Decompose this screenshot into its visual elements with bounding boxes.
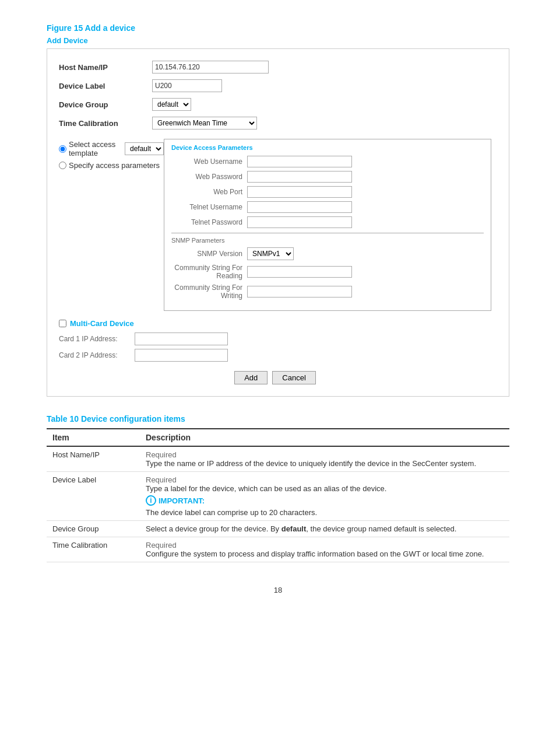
multi-card-label: Multi-Card Device xyxy=(70,319,134,328)
table-row-desc-3: RequiredConfigure the system to process … xyxy=(140,537,509,562)
telnet-username-input[interactable] xyxy=(247,201,352,213)
host-name-label: Host Name/IP xyxy=(59,63,152,72)
form-container: Host Name/IP Device Label Device Group d… xyxy=(47,48,509,397)
desc-body-2: Select a device group for the device. By… xyxy=(146,524,504,533)
card1-label: Card 1 IP Address: xyxy=(59,335,135,343)
config-table: Item Description Host Name/IPRequiredTyp… xyxy=(47,428,509,562)
card1-input[interactable] xyxy=(135,332,228,345)
table-row-item-2: Device Group xyxy=(47,521,140,537)
desc-body-0: Type the name or IP address of the devic… xyxy=(146,459,504,468)
figure-title: Figure 15 Add a device xyxy=(47,23,509,33)
card2-label: Card 2 IP Address: xyxy=(59,351,135,359)
table-row-desc-0: RequiredType the name or IP address of t… xyxy=(140,446,509,472)
card2-input[interactable] xyxy=(135,349,228,362)
page-number: 18 xyxy=(47,586,509,594)
add-button[interactable]: Add xyxy=(234,371,268,384)
snmp-version-select[interactable]: SNMPv1 xyxy=(247,247,294,260)
device-access-box: Device Access Parameters Web Username We… xyxy=(164,139,491,311)
device-group-select[interactable]: default xyxy=(152,98,191,111)
table-title: Table 10 Device configuration items xyxy=(47,414,509,424)
device-label-input[interactable] xyxy=(152,79,222,92)
important-body-1: The device label can comprise up to 20 c… xyxy=(146,508,504,517)
col-description-header: Description xyxy=(140,429,509,446)
table-row-desc-2: Select a device group for the device. By… xyxy=(140,521,509,537)
telnet-username-label: Telnet Username xyxy=(171,203,247,211)
desc-body-3: Configure the system to process and disp… xyxy=(146,550,504,558)
required-text-1: Required xyxy=(146,475,504,484)
web-port-input[interactable] xyxy=(247,186,352,198)
web-username-input[interactable] xyxy=(247,156,352,167)
table-row-item-0: Host Name/IP xyxy=(47,446,140,472)
web-username-label: Web Username xyxy=(171,158,247,166)
community-string-writing-input[interactable] xyxy=(247,286,352,298)
specify-access-params-radio[interactable] xyxy=(59,162,66,169)
host-name-input[interactable] xyxy=(152,61,269,74)
snmp-legend: SNMP Parameters xyxy=(171,237,484,244)
table-row-item-3: Time Calibration xyxy=(47,537,140,562)
telnet-password-input[interactable] xyxy=(247,216,352,228)
table-row-item-1: Device Label xyxy=(47,472,140,521)
community-string-reading-input[interactable] xyxy=(247,266,352,278)
device-group-label: Device Group xyxy=(59,100,152,109)
time-calibration-select[interactable]: Greenwich Mean Time xyxy=(152,117,257,130)
community-string-reading-label: Community String For Reading xyxy=(171,264,247,280)
access-template-select[interactable]: default xyxy=(125,142,164,155)
important-label-1: IMPORTANT: xyxy=(159,496,205,505)
select-access-template-radio[interactable] xyxy=(59,145,66,153)
specify-access-params-label: Specify access parameters xyxy=(69,161,160,170)
add-device-link[interactable]: Add Device xyxy=(47,36,509,45)
device-label-label: Device Label xyxy=(59,82,152,90)
table-row-desc-1: RequiredType a label for the device, whi… xyxy=(140,472,509,521)
important-icon-1: i xyxy=(146,495,156,506)
snmp-version-label: SNMP Version xyxy=(171,250,247,258)
telnet-password-label: Telnet Password xyxy=(171,218,247,226)
col-item-header: Item xyxy=(47,429,140,446)
web-port-label: Web Port xyxy=(171,188,247,196)
multi-card-checkbox[interactable] xyxy=(59,320,66,327)
select-access-template-label: Select access template xyxy=(69,140,120,158)
web-password-input[interactable] xyxy=(247,171,352,183)
time-calibration-label: Time Calibration xyxy=(59,119,152,128)
desc-body-1: Type a label for the device, which can b… xyxy=(146,484,504,493)
cancel-button[interactable]: Cancel xyxy=(272,371,315,384)
community-string-writing-label: Community String For Writing xyxy=(171,284,247,300)
important-row-1: iIMPORTANT: xyxy=(146,495,504,506)
web-password-label: Web Password xyxy=(171,173,247,181)
required-text-3: Required xyxy=(146,541,504,550)
device-access-legend: Device Access Parameters xyxy=(171,144,484,151)
required-text-0: Required xyxy=(146,450,504,459)
